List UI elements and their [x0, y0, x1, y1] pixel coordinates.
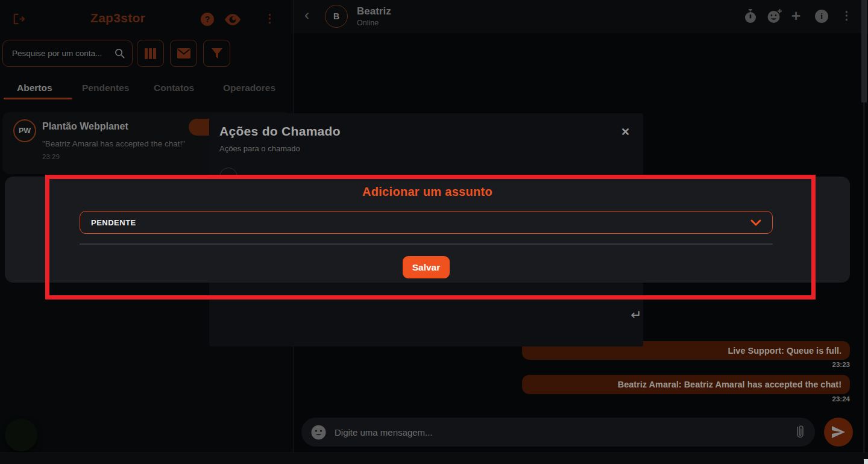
tab-operadores[interactable]: Operadores [223, 83, 275, 93]
contact-status: Online [357, 19, 379, 27]
send-button[interactable] [824, 418, 853, 447]
active-tab-underline [4, 98, 72, 99]
message-time: 23:24 [729, 395, 850, 403]
tab-abertos[interactable]: Abertos [17, 83, 52, 93]
corner-mark [864, 459, 868, 464]
send-icon [831, 425, 846, 439]
chat-item-title: Plantão Webplanet [42, 121, 128, 132]
scrollbar-thumb[interactable] [861, 0, 867, 102]
message-time: 23:23 [729, 361, 850, 368]
message-text: Beatriz Amaral: Beatriz Amaral has accep… [618, 380, 841, 389]
filter-icon [212, 48, 222, 59]
annotation-highlight-box [45, 175, 816, 299]
composer-placeholder: Digite uma mensagem... [335, 427, 794, 437]
filter-button[interactable] [203, 40, 230, 67]
sidebar-header: Zap3stor ? ⋮ [0, 0, 293, 36]
close-icon[interactable]: ✕ [621, 125, 630, 139]
search-input[interactable]: Pesquise por um conta... [2, 40, 133, 67]
tab-pendentes[interactable]: Pendentes [82, 83, 129, 93]
message-bubble: Beatriz Amaral: Beatriz Amaral has accep… [522, 375, 850, 394]
help-icon[interactable]: ? [201, 13, 214, 26]
avatar-initials: PW [19, 127, 31, 135]
help-glyph: ? [205, 14, 210, 24]
modal-title: Ações do Chamado [219, 124, 341, 139]
tab-bar: Abertos Pendentes Contatos Operadores [0, 80, 293, 99]
search-icon [115, 48, 125, 58]
columns-view-button[interactable] [137, 40, 164, 67]
contact-initial: B [333, 11, 339, 21]
sidebar-menu-icon[interactable]: ⋮ [264, 13, 275, 25]
contact-name: Beatriz [357, 5, 391, 17]
columns-icon [145, 48, 157, 59]
scrollbar-track [863, 102, 865, 464]
chat-header: ‹ B Beatriz Online + i ⋮ [294, 0, 868, 33]
add-reaction-icon[interactable] [767, 9, 782, 24]
tab-contatos[interactable]: Contatos [154, 83, 194, 93]
contact-avatar: B [325, 5, 348, 28]
chat-item-preview: "Beatriz Amaral has accepted the chat!" [42, 139, 185, 148]
paperclip-icon[interactable] [794, 425, 805, 439]
plus-icon[interactable]: + [791, 7, 800, 25]
modal-subtitle: Ações para o chamado [219, 144, 300, 153]
timer-icon[interactable] [744, 9, 757, 24]
info-icon[interactable]: i [815, 10, 828, 23]
emoji-icon[interactable] [311, 425, 326, 440]
new-chat-fab[interactable] [5, 419, 37, 451]
chat-menu-icon[interactable]: ⋮ [841, 10, 852, 22]
footer-strip [0, 453, 868, 464]
message-text: Live Support: Queue is full. [728, 346, 841, 356]
eye-icon[interactable] [224, 14, 241, 25]
app-title: Zap3stor [90, 11, 145, 25]
search-row: Pesquise por um conta... [0, 40, 293, 67]
avatar: PW [13, 119, 36, 142]
mail-icon [177, 48, 190, 58]
search-placeholder: Pesquise por um conta... [12, 49, 115, 58]
logout-icon[interactable] [12, 12, 26, 26]
chat-item-time: 23:29 [42, 153, 60, 160]
mail-button[interactable] [170, 40, 197, 67]
return-icon: ↵ [631, 307, 641, 323]
message-input[interactable]: Digite uma mensagem... [301, 418, 815, 447]
back-icon[interactable]: ‹ [304, 8, 309, 22]
